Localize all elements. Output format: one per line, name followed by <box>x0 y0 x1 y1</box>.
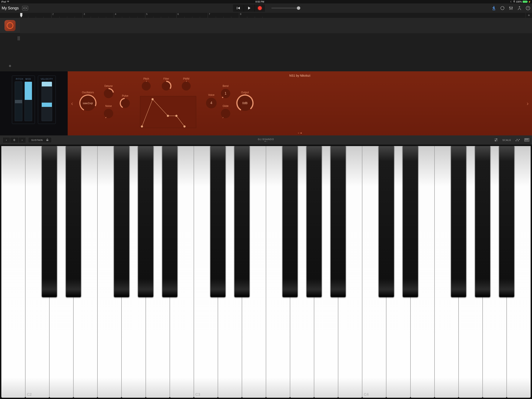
measure-num: 2 <box>52 13 54 15</box>
velocity-label: VELOCITY <box>41 78 53 80</box>
measure-num: 6 <box>177 13 179 15</box>
status-bar: iPad 8:55 PM ☾ 100% ⚡ <box>0 0 271 3</box>
timeline-ruler[interactable]: 1 2 3 4 5 6 7 8 + <box>0 13 271 18</box>
osc-label: Oscillators <box>80 91 96 94</box>
velocity-slider[interactable] <box>42 82 52 121</box>
voice-label: Voice <box>206 93 217 97</box>
pulse-label: Pulse <box>120 94 130 97</box>
app-toolbar: My Songs ? <box>0 3 271 13</box>
track-header[interactable] <box>0 18 20 33</box>
pitch-label2: Pitch <box>142 77 151 80</box>
measure-num: 3 <box>84 13 85 15</box>
instrument-icon <box>5 20 16 31</box>
keyboard-mode[interactable]: GLISSANDO <box>258 138 271 142</box>
octave-stepper: ‹ 0 › <box>3 137 26 143</box>
play-button[interactable] <box>244 5 254 12</box>
pitch-knob[interactable] <box>142 82 151 90</box>
svg-point-20 <box>236 94 254 112</box>
transport-controls <box>233 5 271 12</box>
glide-knob[interactable] <box>221 109 230 118</box>
filter-label: Filter <box>162 77 171 80</box>
glide-label: Glide <box>221 104 230 108</box>
black-key[interactable] <box>114 146 129 203</box>
svg-rect-21 <box>46 140 48 141</box>
filter-knob[interactable] <box>162 82 171 90</box>
black-key[interactable] <box>234 146 249 203</box>
pitch-wheel[interactable] <box>15 82 22 121</box>
pulse-knob[interactable] <box>120 99 130 108</box>
bend-label: Bend <box>221 84 230 88</box>
track-lane[interactable] <box>20 18 271 33</box>
instrument-panel: PITCHMOD VELOCITY NS1 by Nikolozi ‹ › Os… <box>0 71 271 135</box>
track-resize-handle[interactable] <box>18 36 20 40</box>
tracks-area: + <box>0 18 271 71</box>
svg-point-8 <box>103 108 114 119</box>
svg-point-9 <box>120 98 131 109</box>
keyboard-toolbar: ‹ 0 › SUSTAIN GLISSANDO SCALE <box>0 135 271 145</box>
clock: 8:55 PM <box>255 0 264 3</box>
white-key[interactable] <box>1 146 25 203</box>
svg-point-17 <box>184 125 186 128</box>
wifi-icon <box>7 0 9 3</box>
measure-num: 8 <box>240 13 241 15</box>
sustain-button[interactable]: SUSTAIN <box>28 137 52 143</box>
oscillators-knob[interactable]: saw2sqr <box>80 95 96 111</box>
synth-plugin: NS1 by Nikolozi ‹ › Oscillators saw2sqr … <box>68 71 271 135</box>
prev-page-button[interactable]: ‹ <box>69 98 75 109</box>
svg-point-14 <box>152 98 154 100</box>
svg-point-12 <box>182 81 191 91</box>
octave-up-button[interactable]: › <box>19 137 26 143</box>
output-knob[interactable]: 0dB <box>237 95 253 111</box>
svg-point-16 <box>175 115 177 117</box>
svg-point-15 <box>167 115 169 117</box>
black-key[interactable] <box>162 146 177 203</box>
black-key[interactable] <box>138 146 153 203</box>
detune-label: Detune <box>104 84 113 88</box>
measure-num: 4 <box>115 13 116 15</box>
svg-point-6 <box>79 94 97 112</box>
svg-point-10 <box>141 81 151 91</box>
svg-point-7 <box>104 89 114 98</box>
envelope-editor[interactable] <box>140 96 196 128</box>
svg-point-19 <box>220 108 231 119</box>
octave-value: 0 <box>10 137 19 143</box>
record-button[interactable] <box>254 5 265 12</box>
bend-knob[interactable]: 1 <box>221 89 230 98</box>
device-label: iPad <box>1 0 6 3</box>
black-key[interactable] <box>210 146 225 203</box>
svg-point-11 <box>162 81 171 91</box>
black-key[interactable] <box>66 146 81 203</box>
voice-value: 4 <box>210 101 212 105</box>
measure-num: 7 <box>209 13 210 15</box>
lock-icon <box>46 138 49 142</box>
white-key[interactable] <box>266 146 271 203</box>
view-layout-button[interactable] <box>22 6 28 10</box>
piano-keyboard: C2C3C4 <box>0 145 271 203</box>
black-key[interactable] <box>42 146 57 203</box>
noise-label: Noise <box>104 104 113 108</box>
add-track-button[interactable]: + <box>0 61 20 71</box>
performance-controls: PITCHMOD VELOCITY <box>0 71 68 135</box>
pwm-label: PWM <box>182 77 191 80</box>
voice-knob[interactable]: 4 <box>206 98 217 108</box>
pwm-knob[interactable] <box>182 82 191 90</box>
output-label: Output <box>237 91 253 94</box>
detune-knob[interactable] <box>104 89 113 98</box>
mode-label: GLISSANDO <box>258 138 271 141</box>
svg-point-13 <box>141 125 143 128</box>
svg-point-18 <box>220 88 231 99</box>
measure-num: 5 <box>146 13 147 15</box>
rewind-button[interactable] <box>233 5 244 12</box>
sustain-label: SUSTAIN <box>31 139 43 141</box>
mod-wheel[interactable] <box>25 82 32 121</box>
octave-down-button[interactable]: ‹ <box>3 137 10 143</box>
noise-knob[interactable] <box>104 109 113 118</box>
pitch-label: PITCH <box>16 78 23 80</box>
mod-label: MOD <box>25 78 31 80</box>
library-button[interactable]: My Songs <box>2 6 19 10</box>
